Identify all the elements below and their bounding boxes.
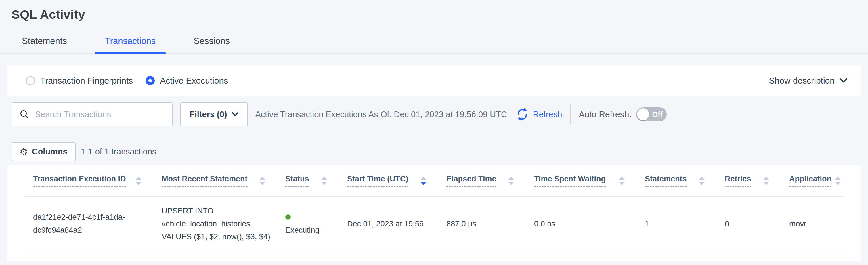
radio-transaction-fingerprints[interactable]: Transaction Fingerprints [26,76,133,85]
column-header-application[interactable]: Application [781,165,844,196]
cell-elapsed-time: 887.0 µs [438,196,525,251]
column-header-status[interactable]: Status [277,165,339,196]
cell-retries: 0 [716,196,781,251]
table-row: da1f21e2-de71-4c1f-a1da-dc9fc94a84a2 UPS… [25,196,844,251]
refresh-button[interactable]: Refresh [516,108,562,121]
column-header-retries[interactable]: Retries [716,165,781,196]
radio-selected-icon [146,76,155,85]
auto-refresh-label: Auto Refresh: [579,109,631,119]
column-header-start-time[interactable]: Start Time (UTC) [339,165,438,196]
radio-unselected-icon [26,76,35,85]
sort-icon[interactable] [508,177,514,185]
results-count: 1-1 of 1 transactions [81,147,156,156]
toggle-knob [637,108,649,121]
cell-most-recent-statement: UPSERT INTO vehicle_location_histories V… [153,196,277,251]
tab-bar: Statements Transactions Sessions [0,36,868,54]
column-header-statements[interactable]: Statements [636,165,716,196]
table-controls-row: ⚙ Columns 1-1 of 1 transactions [11,142,857,161]
refresh-icon [516,108,529,121]
executing-status-dot-icon [285,214,291,220]
toggle-state-label: Off [652,110,663,119]
tab-label: Transactions [105,36,156,46]
sort-icon[interactable] [136,177,142,185]
radio-label: Active Executions [160,76,228,85]
cell-time-spent-waiting: 0.0 ns [525,196,636,251]
cell-application: movr [781,196,844,251]
status-label: Executing [285,226,319,235]
tab-sessions[interactable]: Sessions [183,36,240,53]
chevron-down-icon [232,112,239,117]
show-description-label: Show description [769,76,835,85]
view-mode-card: Transaction Fingerprints Active Executio… [7,65,861,96]
cell-status: Executing [277,196,339,251]
search-icon [20,109,29,119]
filters-label: Filters (0) [189,110,227,119]
transactions-table: Transaction Execution ID Most Recent Sta… [25,165,844,251]
refresh-label: Refresh [533,110,562,119]
column-header-time-spent-waiting[interactable]: Time Spent Waiting [525,165,636,196]
cell-statements: 1 [636,196,716,251]
toolbar: Filters (0) Active Transaction Execution… [11,102,857,127]
sort-icon[interactable] [259,177,265,185]
auto-refresh-toggle[interactable]: Off [636,107,667,121]
columns-button[interactable]: ⚙ Columns [11,142,75,161]
column-header-elapsed-time[interactable]: Elapsed Time [438,165,525,196]
page-title: SQL Activity [11,7,868,22]
cell-start-time: Dec 01, 2023 at 19:56 [339,196,438,251]
search-box[interactable] [11,102,173,127]
tab-transactions[interactable]: Transactions [95,36,166,53]
column-header-transaction-execution-id[interactable]: Transaction Execution ID [25,165,153,196]
gear-icon: ⚙ [20,147,28,156]
sort-icon[interactable] [835,177,841,185]
transactions-table-card: Transaction Execution ID Most Recent Sta… [7,165,861,261]
radio-active-executions[interactable]: Active Executions [146,76,228,85]
column-header-most-recent-statement[interactable]: Most Recent Statement [153,165,277,196]
columns-button-label: Columns [32,147,68,156]
sort-icon[interactable] [619,177,625,185]
tab-label: Sessions [193,36,230,46]
sort-icon[interactable] [763,177,769,185]
sql-activity-page: SQL Activity Statements Transactions Ses… [0,7,868,261]
chevron-down-icon [839,78,847,83]
filters-button[interactable]: Filters (0) [180,102,248,127]
toolbar-divider [570,104,570,125]
show-description-toggle[interactable]: Show description [769,76,847,85]
as-of-timestamp: Active Transaction Executions As Of: Dec… [255,110,507,119]
table-header-row: Transaction Execution ID Most Recent Sta… [25,165,844,196]
sort-icon-active-desc[interactable] [421,177,426,185]
sort-icon[interactable] [699,177,705,185]
search-input[interactable] [35,110,166,119]
sort-icon[interactable] [321,177,327,185]
tab-label: Statements [22,36,67,46]
radio-label: Transaction Fingerprints [40,76,133,85]
cell-transaction-execution-id: da1f21e2-de71-4c1f-a1da-dc9fc94a84a2 [25,196,153,251]
tab-statements[interactable]: Statements [11,36,78,53]
